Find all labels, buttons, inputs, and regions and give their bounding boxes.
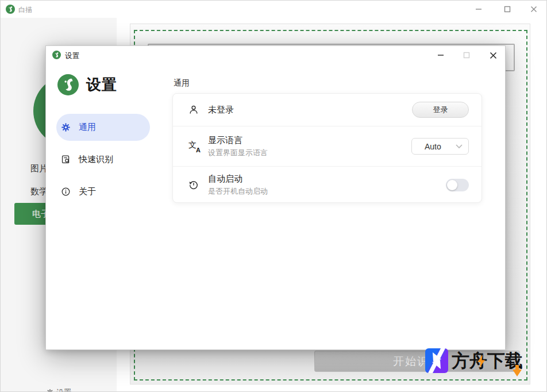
nav-item-quick-recognition[interactable]: 快速识别 <box>56 146 150 173</box>
dialog-heading: 设置 <box>86 75 117 95</box>
language-subtitle: 设置界面显示语言 <box>208 148 411 158</box>
login-button[interactable]: 登录 <box>412 102 469 118</box>
language-row: 文A 显示语言 设置界面显示语言 Auto <box>173 126 481 166</box>
dialog-close-button[interactable] <box>481 47 505 64</box>
autostart-subtitle: 是否开机自动启动 <box>208 186 446 197</box>
main-close-button[interactable] <box>521 1 546 18</box>
main-window-title: 白描 <box>18 5 32 15</box>
autostart-row: 自动启动 是否开机自动启动 <box>173 167 481 203</box>
nav-item-about[interactable]: 关于 <box>56 178 150 205</box>
settings-card: 未登录 登录 文A 显示语言 设置界面显示语言 Auto <box>172 93 482 203</box>
baimiao-logo-icon <box>57 74 79 95</box>
sidebar-settings-label: 设置 <box>56 387 71 392</box>
nav-item-quick-recognition-label: 快速识别 <box>79 154 113 165</box>
lightning-icon <box>477 355 486 368</box>
fangzhou-logo-icon <box>425 348 448 373</box>
app-window: 白描 图片识别 数学公式 电子表格 设置 开始识别 设置 <box>0 0 547 392</box>
dialog-title: 设置 <box>65 51 79 61</box>
main-maximize-button[interactable] <box>495 1 520 18</box>
autostart-icon <box>188 180 201 190</box>
dialog-maximize-button <box>454 47 479 64</box>
main-titlebar: 白描 <box>1 1 546 18</box>
main-minimize-button[interactable] <box>466 1 491 18</box>
gear-icon <box>46 389 54 392</box>
nav-item-general[interactable]: 通用 <box>56 114 150 141</box>
translate-icon: 文A <box>188 141 201 152</box>
dialog-sidebar-header: 设置 <box>57 74 117 95</box>
sidebar-settings-button[interactable]: 设置 <box>1 387 117 392</box>
login-status-label: 未登录 <box>208 105 412 116</box>
toggle-knob <box>447 180 457 190</box>
nav-item-general-label: 通用 <box>79 122 96 133</box>
baimiao-logo-icon <box>6 5 15 14</box>
document-search-icon <box>61 155 71 164</box>
chevron-down-icon <box>456 144 463 149</box>
section-title: 通用 <box>174 78 190 89</box>
info-icon <box>61 187 71 197</box>
nav-item-about-label: 关于 <box>79 186 96 197</box>
language-title: 显示语言 <box>208 135 411 146</box>
autostart-toggle[interactable] <box>446 179 469 191</box>
language-select[interactable]: Auto <box>411 138 469 155</box>
dialog-titlebar: 设置 <box>46 46 505 64</box>
settings-dialog: 设置 设置 通用 <box>45 45 506 350</box>
watermark: 方舟下载 <box>425 348 523 373</box>
autostart-title: 自动启动 <box>208 174 446 185</box>
account-row: 未登录 登录 <box>173 94 481 126</box>
dialog-sidebar: 设置 通用 快速识别 关于 <box>46 64 172 351</box>
dialog-minimize-button[interactable] <box>429 47 453 64</box>
user-icon <box>188 105 201 115</box>
language-select-value: Auto <box>425 142 441 151</box>
download-arrow-icon <box>513 365 522 376</box>
baimiao-logo-icon <box>52 51 61 59</box>
gear-icon <box>61 122 71 132</box>
